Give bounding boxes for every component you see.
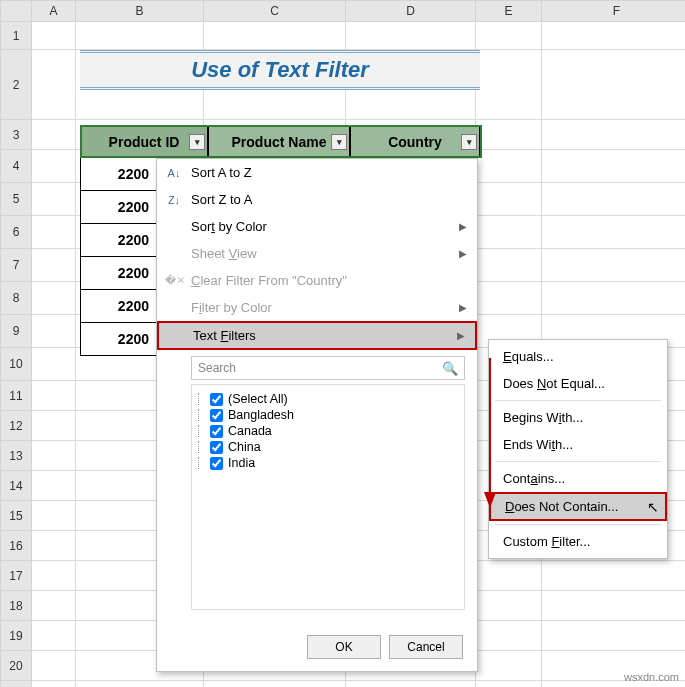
cell[interactable] [542,561,685,591]
cell[interactable] [76,681,204,687]
equals-option[interactable]: Equals... [489,343,667,370]
sort-az[interactable]: A↓ Sort A to Z [157,159,477,186]
cell[interactable] [32,282,76,315]
filter-checkbox[interactable] [210,441,223,454]
custom-filter-option[interactable]: Custom Filter... [489,528,667,555]
filter-checkbox[interactable] [210,425,223,438]
cell[interactable] [32,681,76,687]
filter-dropdown-button[interactable]: ▾ [189,134,205,150]
table-cell-product-id[interactable]: 2200 [80,323,158,356]
cell[interactable] [204,681,346,687]
row-header-17[interactable]: 17 [0,561,32,591]
col-header-A[interactable]: A [32,0,76,22]
cell[interactable] [476,22,542,50]
col-header-E[interactable]: E [476,0,542,22]
table-header[interactable]: Country▾ [350,125,480,158]
cell[interactable] [476,150,542,183]
cancel-button[interactable]: Cancel [389,635,463,659]
filter-check-item[interactable]: Canada [196,423,460,439]
filter-checklist[interactable]: (Select All)BangladeshCanadaChinaIndia [191,384,465,610]
row-header-8[interactable]: 8 [0,282,32,315]
filter-checkbox[interactable] [210,393,223,406]
cell[interactable] [476,561,542,591]
cell[interactable] [542,22,685,50]
row-header-11[interactable]: 11 [0,381,32,411]
cell[interactable] [476,621,542,651]
row-header-18[interactable]: 18 [0,591,32,621]
cell[interactable] [346,681,476,687]
filter-check-item[interactable]: Bangladesh [196,407,460,423]
row-header-16[interactable]: 16 [0,531,32,561]
filter-check-item[interactable]: (Select All) [196,391,460,407]
cell[interactable] [204,22,346,50]
cell[interactable] [32,348,76,381]
row-header-14[interactable]: 14 [0,471,32,501]
ends-with-option[interactable]: Ends With... [489,431,667,458]
cell[interactable] [32,441,76,471]
table-cell-product-id[interactable]: 2200 [80,158,158,191]
cell[interactable] [476,216,542,249]
col-header-B[interactable]: B [76,0,204,22]
cell[interactable] [476,282,542,315]
cell[interactable] [542,120,685,150]
cell[interactable] [32,621,76,651]
row-header-19[interactable]: 19 [0,621,32,651]
row-header-12[interactable]: 12 [0,411,32,441]
table-cell-product-id[interactable]: 2200 [80,191,158,224]
cell[interactable] [32,591,76,621]
begins-with-option[interactable]: Begins With... [489,404,667,431]
row-header-1[interactable]: 1 [0,22,32,50]
does-not-contain-option[interactable]: Does Not Contain... ↖ [489,492,667,521]
cell[interactable] [32,22,76,50]
row-header-9[interactable]: 9 [0,315,32,348]
sort-by-color[interactable]: Sort by Color ▶ [157,213,477,240]
cell[interactable] [32,411,76,441]
filter-check-item[interactable]: China [196,439,460,455]
row-header-2[interactable]: 2 [0,50,32,120]
cell[interactable] [32,183,76,216]
filter-checkbox[interactable] [210,457,223,470]
cell[interactable] [476,50,542,120]
ok-button[interactable]: OK [307,635,381,659]
cell[interactable] [32,315,76,348]
row-header-15[interactable]: 15 [0,501,32,531]
row-header-4[interactable]: 4 [0,150,32,183]
cell[interactable] [476,183,542,216]
filter-dropdown-button[interactable]: ▾ [331,134,347,150]
cell[interactable] [476,120,542,150]
filter-check-item[interactable]: India [196,455,460,471]
cell[interactable] [542,150,685,183]
cell[interactable] [542,183,685,216]
row-header-3[interactable]: 3 [0,120,32,150]
cell[interactable] [542,591,685,621]
row-header-5[interactable]: 5 [0,183,32,216]
filter-checkbox[interactable] [210,409,223,422]
cell[interactable] [32,501,76,531]
table-cell-product-id[interactable]: 2200 [80,257,158,290]
cell[interactable] [476,681,542,687]
cell[interactable] [542,249,685,282]
cell[interactable] [346,22,476,50]
contains-option[interactable]: Contains... [489,465,667,492]
cell[interactable] [542,621,685,651]
text-filters[interactable]: Text Filters ▶ [157,321,477,350]
table-header[interactable]: Product ID▾ [80,125,208,158]
cell[interactable] [476,249,542,282]
cell[interactable] [32,561,76,591]
row-header-7[interactable]: 7 [0,249,32,282]
cell[interactable] [32,216,76,249]
cell[interactable] [32,120,76,150]
cell[interactable] [32,150,76,183]
col-header-F[interactable]: F [542,0,685,22]
col-header-C[interactable]: C [204,0,346,22]
cell[interactable] [476,591,542,621]
cell[interactable] [32,651,76,681]
table-cell-product-id[interactable]: 2200 [80,224,158,257]
row-header-10[interactable]: 10 [0,348,32,381]
search-input[interactable]: Search 🔍 [191,356,465,380]
cell[interactable] [542,282,685,315]
cell[interactable] [542,50,685,120]
cell[interactable] [542,216,685,249]
table-header[interactable]: Product Name▾ [208,125,350,158]
cell[interactable] [32,381,76,411]
